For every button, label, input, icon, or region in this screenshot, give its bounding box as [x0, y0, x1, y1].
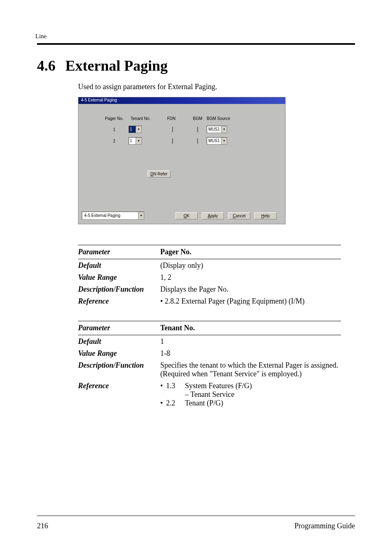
chevron-down-icon: ▼ [221, 126, 227, 133]
parameter-table-pager-no: Parameter Pager No. Default(Display only… [78, 245, 341, 307]
param-value: Specifies the tenant to which the Extern… [160, 361, 341, 378]
param-label: Reference [78, 297, 160, 306]
ok-button[interactable]: OK [175, 212, 198, 219]
chevron-down-icon: ▼ [136, 126, 141, 133]
table-headers: Pager No. Tenant No. FDN BGM BGM Source [100, 116, 278, 121]
param-label: Value Range [78, 349, 160, 358]
section-title: 4.6External Paging [37, 57, 355, 74]
bgm-source-value: MUS1 [207, 138, 221, 144]
param-value: 1, 2 [160, 273, 341, 282]
doc-title: Programming Guide [295, 522, 355, 530]
chevron-down-icon: ▼ [138, 212, 144, 219]
pager-no-cell: 2 [100, 139, 129, 143]
pager-no-cell: 1 [100, 127, 129, 132]
param-label: Description/Function [78, 285, 160, 294]
running-head: Line [35, 33, 355, 40]
tenant-no-value: 1 [129, 126, 136, 133]
current-screen-select[interactable]: 4-5 External Paging ▼ [82, 212, 144, 220]
param-label: Value Range [78, 273, 160, 282]
apply-button[interactable]: Apply [202, 212, 224, 219]
bgm-checkbox[interactable] [197, 127, 198, 132]
window-body: Pager No. Tenant No. FDN BGM BGM Source … [78, 105, 285, 207]
header-rule [37, 43, 355, 45]
param-header-value: Pager No. [160, 248, 341, 256]
bgm-checkbox[interactable] [197, 138, 198, 144]
bgm-source-select[interactable]: MUS1 ▼ [207, 137, 227, 145]
window-footer: 4-5 External Paging ▼ OK Apply Cancel He… [82, 211, 282, 221]
param-value: 1 [160, 337, 341, 346]
cancel-button[interactable]: Cancel [228, 212, 250, 219]
param-label: Default [78, 337, 160, 346]
bgm-source-select[interactable]: MUS1 ▼ [207, 126, 227, 133]
fdn-input[interactable] [172, 127, 173, 132]
header-fdn: FDN [154, 116, 189, 121]
footer-rule [37, 516, 355, 516]
param-header-value: Tenant No. [160, 324, 341, 332]
tenant-no-select[interactable]: 1 ▼ [129, 137, 142, 145]
current-screen-value: 4-5 External Paging [82, 212, 138, 219]
header-tenant-no: Tenant No. [125, 116, 157, 121]
param-label: Description/Function [78, 361, 160, 370]
chevron-down-icon: ▼ [136, 138, 141, 144]
bgm-source-value: MUS1 [207, 126, 221, 133]
table-row: 2 1 ▼ MUS1 ▼ [100, 137, 278, 145]
tenant-no-select[interactable]: 1 ▼ [129, 126, 142, 133]
page-number: 216 [37, 522, 48, 530]
param-value: Displays the Pager No. [160, 285, 341, 294]
fdn-input[interactable] [172, 138, 173, 144]
param-header-label: Parameter [78, 324, 160, 332]
table-row: 1 1 ▼ MUS1 ▼ [100, 126, 278, 133]
param-value: • 2.8.2 External Pager (Paging Equipment… [160, 297, 341, 306]
section-title-text: External Paging [65, 58, 168, 74]
param-label: Reference [78, 382, 160, 390]
window-titlebar: 4-5 External Paging [78, 97, 285, 104]
section-intro: Used to assign parameters for External P… [78, 83, 355, 91]
header-bgm: BGM [189, 116, 207, 121]
param-header-label: Parameter [78, 248, 160, 256]
tenant-no-value: 1 [129, 138, 136, 144]
help-button[interactable]: Help [254, 212, 277, 219]
external-paging-window: 4-5 External Paging Pager No. Tenant No.… [78, 97, 286, 224]
parameter-table-tenant-no: Parameter Tenant No. Default1 Value Rang… [78, 321, 341, 409]
dn-refer-button[interactable]: DN Refer [148, 170, 171, 177]
header-bgm-source: BGM Source [207, 116, 244, 121]
param-value: (Display only) [160, 261, 341, 270]
page-footer: 216 Programming Guide [37, 516, 355, 530]
section-number: 4.6 [37, 58, 55, 74]
param-label: Default [78, 261, 160, 270]
chevron-down-icon: ▼ [221, 138, 227, 144]
param-value: 1-8 [160, 349, 341, 358]
param-value: •1.3System Features (F/G) – Tenant Servi… [160, 382, 341, 408]
